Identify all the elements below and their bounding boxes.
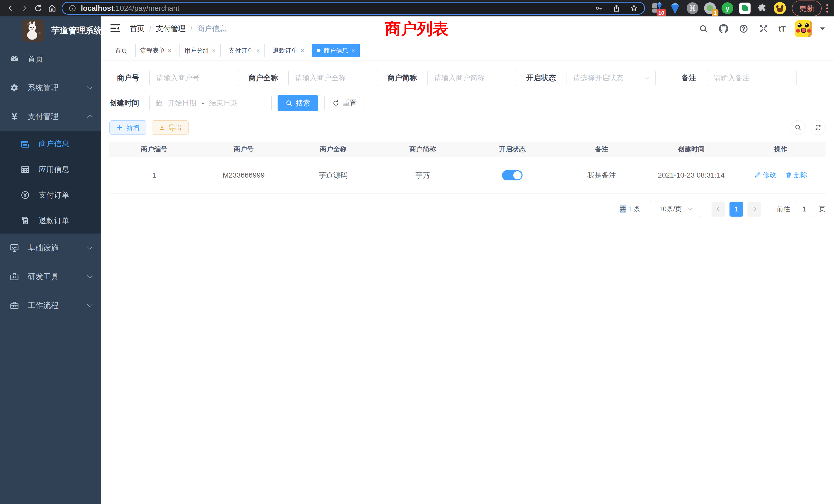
share-icon[interactable] bbox=[612, 4, 621, 12]
status-select-placeholder: 请选择开启状态 bbox=[573, 73, 623, 83]
sidebar-item-label: 支付订单 bbox=[39, 190, 69, 201]
font-size-icon[interactable]: tT bbox=[778, 24, 785, 33]
prev-page-button[interactable] bbox=[711, 202, 725, 216]
extension-note-icon[interactable] bbox=[738, 1, 752, 15]
table-toolbar: 新增 导出 bbox=[109, 120, 826, 135]
search-button[interactable]: 搜索 bbox=[278, 95, 318, 111]
sidebar-item-label: 应用信息 bbox=[39, 164, 69, 175]
active-dot-icon bbox=[317, 49, 321, 52]
password-key-icon[interactable] bbox=[595, 4, 603, 12]
merchant-name-input[interactable] bbox=[288, 70, 378, 86]
sidebar-item-label: 工作流程 bbox=[28, 300, 59, 311]
document-copy-icon bbox=[20, 215, 30, 226]
sidebar-item-workflow[interactable]: 工作流程 bbox=[0, 291, 101, 320]
sidebar-item-payment[interactable]: ¥ 支付管理 bbox=[0, 102, 101, 131]
sidebar-item-app-info[interactable]: 应用信息 bbox=[0, 157, 101, 182]
status-toggle[interactable] bbox=[502, 170, 523, 180]
reset-button[interactable]: 重置 bbox=[324, 95, 365, 111]
page-unit-label: 页 bbox=[819, 205, 826, 213]
bookmark-star-icon[interactable] bbox=[630, 4, 638, 12]
tab-user-group[interactable]: 用户分组× bbox=[179, 44, 221, 57]
page-annotation-title: 商户列表 bbox=[385, 18, 448, 40]
merchant-no-input[interactable] bbox=[150, 70, 239, 86]
tab-home[interactable]: 首页 bbox=[110, 44, 132, 57]
extension-badge: 10 bbox=[657, 9, 666, 16]
page-size-select[interactable]: 10条/页 bbox=[650, 201, 700, 217]
close-icon[interactable]: × bbox=[301, 47, 304, 54]
chevron-up-icon bbox=[87, 114, 92, 120]
extension-camera-icon[interactable]: 1 bbox=[703, 1, 717, 15]
browser-menu-icon[interactable] bbox=[826, 4, 828, 13]
merchant-list-page: 商户号 商户全称 商户简称 开启状态 请选择开启状态 备注 bbox=[101, 60, 834, 504]
user-menu-caret-icon[interactable] bbox=[820, 27, 825, 30]
page-header: 首页 / 支付管理 / 商户信息 tT bbox=[101, 17, 834, 41]
browser-forward-button[interactable] bbox=[18, 1, 31, 15]
browser-profile-avatar[interactable] bbox=[773, 1, 787, 15]
close-icon[interactable]: × bbox=[168, 47, 172, 54]
address-bar[interactable]: localhost:1024/pay/merchant bbox=[62, 2, 645, 15]
create-time-range-picker[interactable]: 开始日期 - 结束日期 bbox=[150, 95, 272, 111]
cell-merchant-id: 1 bbox=[109, 157, 199, 193]
browser-back-button[interactable] bbox=[4, 1, 18, 15]
sidebar-item-merchant-info[interactable]: 商户信息 bbox=[0, 131, 101, 157]
goto-page-input[interactable] bbox=[795, 201, 814, 217]
dashboard-icon bbox=[9, 54, 20, 64]
sidebar-item-pay-order[interactable]: 支付订单 bbox=[0, 182, 101, 208]
help-icon[interactable] bbox=[739, 24, 749, 34]
sidebar-collapse-icon[interactable] bbox=[110, 24, 120, 34]
refresh-icon bbox=[814, 124, 822, 131]
fullscreen-icon[interactable] bbox=[759, 24, 769, 34]
tab-process-form[interactable]: 流程表单× bbox=[135, 44, 176, 57]
toolbox-icon bbox=[9, 272, 20, 282]
sidebar-item-refund-order[interactable]: 退款订单 bbox=[0, 208, 101, 233]
toggle-search-button[interactable] bbox=[791, 120, 806, 135]
breadcrumb-home[interactable]: 首页 bbox=[130, 24, 145, 34]
tab-merchant-info[interactable]: 商户信息× bbox=[312, 44, 360, 57]
github-icon[interactable] bbox=[719, 24, 729, 34]
sidebar-item-label: 支付管理 bbox=[28, 111, 59, 122]
user-avatar[interactable] bbox=[795, 20, 812, 37]
export-button[interactable]: 导出 bbox=[152, 120, 189, 135]
extension-y-icon[interactable]: y bbox=[721, 1, 734, 15]
col-actions: 操作 bbox=[736, 142, 826, 157]
sidebar-item-dev-tools[interactable]: 研发工具 bbox=[0, 262, 101, 291]
next-page-button[interactable] bbox=[747, 202, 761, 216]
sidebar-item-infrastructure[interactable]: 基础设施 bbox=[0, 233, 101, 262]
refresh-icon bbox=[332, 99, 339, 107]
extension-command-icon[interactable]: ⌘ bbox=[686, 1, 699, 15]
app-logo-row[interactable]: 芋道管理系统 bbox=[0, 17, 101, 45]
header-search-icon[interactable] bbox=[698, 24, 709, 34]
edit-link[interactable]: 修改 bbox=[754, 170, 776, 179]
url-text: localhost:1024/pay/merchant bbox=[81, 4, 179, 13]
close-icon[interactable]: × bbox=[351, 47, 355, 54]
sidebar-item-home[interactable]: 首页 bbox=[0, 45, 101, 73]
col-remark: 备注 bbox=[557, 142, 646, 157]
breadcrumb-section[interactable]: 支付管理 bbox=[156, 24, 185, 34]
tab-pay-order[interactable]: 支付订单× bbox=[224, 44, 265, 57]
breadcrumb-separator: / bbox=[190, 25, 192, 33]
tab-refund-order[interactable]: 退款订单× bbox=[268, 44, 309, 57]
date-separator: - bbox=[202, 99, 204, 107]
extension-gem-icon[interactable] bbox=[668, 1, 682, 15]
site-info-icon[interactable] bbox=[69, 4, 76, 12]
add-button[interactable]: 新增 bbox=[109, 120, 146, 135]
close-icon[interactable]: × bbox=[256, 47, 260, 54]
browser-reload-button[interactable] bbox=[31, 1, 45, 15]
browser-home-button[interactable] bbox=[45, 1, 59, 15]
extension-tasks-icon[interactable]: 10 bbox=[651, 1, 664, 15]
status-label: 开启状态 bbox=[526, 73, 556, 83]
browser-update-button[interactable]: 更新 bbox=[792, 1, 822, 16]
page-number-1[interactable]: 1 bbox=[729, 202, 743, 216]
cell-full-name: 芋道源码 bbox=[288, 157, 378, 193]
merchant-short-input[interactable] bbox=[427, 70, 517, 86]
extensions-puzzle-icon[interactable] bbox=[755, 1, 769, 15]
status-select[interactable]: 请选择开启状态 bbox=[566, 70, 656, 86]
close-icon[interactable]: × bbox=[212, 47, 216, 54]
monitor-chart-icon bbox=[9, 243, 20, 253]
refresh-table-button[interactable] bbox=[811, 120, 826, 135]
delete-link[interactable]: 删除 bbox=[786, 170, 808, 179]
header-actions: tT bbox=[698, 20, 825, 37]
sidebar-item-system[interactable]: 系统管理 bbox=[0, 73, 101, 102]
remark-input[interactable] bbox=[707, 70, 796, 86]
col-merchant-no: 商户号 bbox=[199, 142, 289, 157]
